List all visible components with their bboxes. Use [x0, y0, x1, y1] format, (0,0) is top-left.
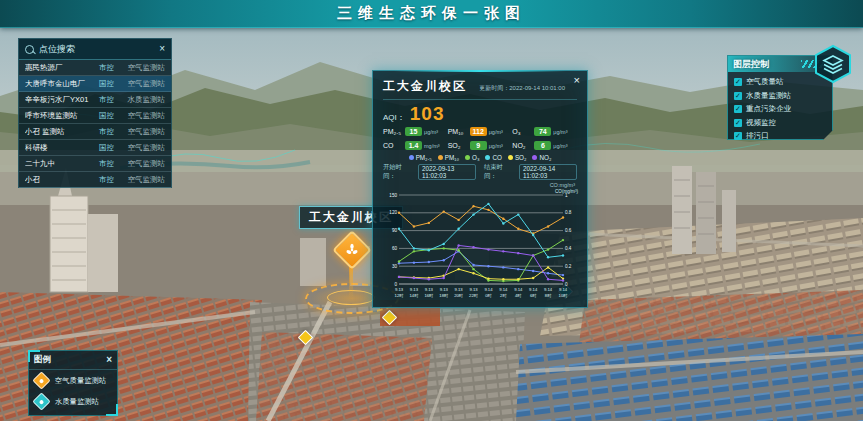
result-name: 呼市环境监测站 [25, 111, 99, 121]
legend-item-list: 空气质量监测站水质量监测站 [29, 370, 117, 412]
station-marker-beam [349, 266, 353, 298]
result-name: 科研楼 [25, 143, 99, 153]
legend-dot-icon [532, 155, 537, 160]
start-time-input[interactable]: 2022-09-13 11:02:03 [418, 164, 476, 180]
result-type: 空气监测站 [121, 127, 165, 137]
layer-label: 排污口 [746, 131, 769, 141]
checkbox-checked-icon[interactable]: ✓ [734, 78, 742, 86]
pollutant-trend-chart: 030609012015000.20.40.60.81CO(mg/m³)9.13… [383, 188, 579, 306]
svg-text:0.4: 0.4 [565, 246, 572, 251]
layer-toggle[interactable]: ✓视频监控 [734, 118, 826, 128]
svg-text:9.13: 9.13 [425, 287, 434, 292]
update-time-value: 2022-09-14 10:01:00 [509, 85, 565, 91]
svg-text:8时: 8时 [545, 293, 552, 298]
app-window: 工大金川校区 三维生态环保一张图 点位搜索 × 惠民热源厂市控空气监测站大唐呼市… [0, 0, 863, 421]
svg-text:4时: 4时 [515, 293, 522, 298]
svg-text:12时: 12时 [395, 293, 405, 298]
result-level-badge: 市控 [99, 63, 121, 73]
search-result-row[interactable]: 呼市环境监测站国控空气监测站 [19, 108, 171, 124]
layer-label: 视频监控 [746, 118, 776, 128]
chart-legend: PM₂.₅PM₁₀O₃COSO₂NO₂ [383, 154, 577, 161]
result-level-badge: 市控 [99, 175, 121, 185]
svg-text:150: 150 [389, 193, 397, 198]
pollutant-reading: O₃74μg/m³ [512, 127, 577, 136]
popup-header: 工大金川校区 更新时间：2022-09-14 10:01:00 [383, 78, 577, 100]
legend-panel-header: 图例 × [29, 351, 117, 370]
svg-text:9.14: 9.14 [529, 287, 538, 292]
search-result-row[interactable]: 惠民热源厂市控空气监测站 [19, 60, 171, 76]
legend-item-label: 水质量监测站 [55, 397, 99, 407]
result-name: 大唐呼市金山电厂 [25, 79, 99, 89]
layers-hexagon-icon[interactable] [812, 44, 854, 84]
svg-text:0: 0 [394, 282, 397, 287]
layer-label: 重点污染企业 [746, 104, 791, 114]
pollutant-unit: μg/m³ [489, 129, 503, 135]
pollutant-reading: PM₁₀112μg/m³ [448, 127, 513, 136]
layer-toggle[interactable]: ✓排污口 [734, 131, 826, 141]
checkbox-checked-icon[interactable]: ✓ [734, 119, 742, 127]
pollutant-value: 1.4 [405, 141, 422, 150]
aqi-value: 103 [410, 104, 445, 123]
search-result-row[interactable]: 大唐呼市金山电厂国控空气监测站 [19, 76, 171, 92]
svg-text:9.13: 9.13 [410, 287, 419, 292]
checkbox-checked-icon[interactable]: ✓ [734, 105, 742, 113]
pollutant-label: O₃ [512, 128, 534, 135]
legend-dot-icon [409, 155, 414, 160]
update-time-label: 更新时间： [479, 85, 509, 91]
legend-panel-title: 图例 [34, 354, 51, 366]
map-legend-panel: 图例 × 空气质量监测站水质量监测站 [28, 350, 118, 416]
legend-item-label: 空气质量监测站 [55, 376, 106, 386]
pollutant-label: SO₂ [448, 142, 470, 149]
water-station-icon [32, 392, 50, 410]
svg-text:9.13: 9.13 [455, 287, 464, 292]
close-icon[interactable]: × [574, 74, 580, 86]
page-title: 三维生态环保一张图 [337, 4, 526, 23]
checkbox-checked-icon[interactable]: ✓ [734, 132, 742, 140]
svg-text:0.8: 0.8 [565, 210, 572, 215]
result-type: 空气监测站 [121, 175, 165, 185]
svg-text:0.6: 0.6 [565, 228, 572, 233]
result-name: 惠民热源厂 [25, 63, 99, 73]
result-type: 空气监测站 [121, 79, 165, 89]
legend-dot-icon [438, 155, 443, 160]
chart-legend-item[interactable]: NO₂ [532, 154, 551, 161]
layer-toggle[interactable]: ✓水质量监测站 [734, 91, 826, 101]
station-name: 工大金川校区 [383, 78, 467, 95]
result-level-badge: 国控 [99, 79, 121, 89]
result-type: 空气监测站 [121, 143, 165, 153]
svg-text:9.14: 9.14 [499, 287, 508, 292]
search-result-row[interactable]: 小召市控空气监测站 [19, 172, 171, 188]
close-icon[interactable]: × [106, 355, 112, 365]
title-bar: 三维生态环保一张图 [0, 0, 863, 28]
chart-legend-item[interactable]: PM₁₀ [438, 154, 459, 161]
close-icon[interactable]: × [159, 44, 165, 54]
legend-dot-icon [485, 155, 490, 160]
result-type: 水质监测站 [121, 95, 165, 105]
svg-text:9.14: 9.14 [484, 287, 493, 292]
pollutant-value: 15 [405, 127, 422, 136]
search-result-row[interactable]: 二十九中市控空气监测站 [19, 156, 171, 172]
result-level-badge: 国控 [99, 111, 121, 121]
svg-text:22时: 22时 [469, 293, 479, 298]
legend-series-name: NO₂ [539, 154, 551, 161]
chart-legend-item[interactable]: SO₂ [508, 154, 527, 161]
chart-legend-item[interactable]: O₃ [465, 154, 479, 161]
end-time-input[interactable]: 2022-09-14 11:02:03 [519, 164, 577, 180]
search-panel-title: 点位搜索 [39, 43, 159, 56]
pollutant-value: 9 [470, 141, 487, 150]
layer-toggle[interactable]: ✓重点污染企业 [734, 104, 826, 114]
pollutant-value: 112 [470, 127, 487, 136]
result-name: 辛辛板污水厂YX01 [25, 95, 99, 105]
search-result-row[interactable]: 科研楼国控空气监测站 [19, 140, 171, 156]
svg-text:60: 60 [392, 246, 398, 251]
legend-series-name: O₃ [472, 154, 479, 161]
search-result-row[interactable]: 小召 监测站市控空气监测站 [19, 124, 171, 140]
chart-legend-item[interactable]: PM₂.₅ [409, 154, 432, 161]
search-result-row[interactable]: 辛辛板污水厂YX01市控水质监测站 [19, 92, 171, 108]
layer-label: 水质量监测站 [746, 91, 791, 101]
pollutant-label: CO [383, 142, 405, 149]
legend-series-name: PM₂.₅ [416, 154, 432, 161]
chart-legend-item[interactable]: CO [485, 154, 501, 161]
checkbox-checked-icon[interactable]: ✓ [734, 92, 742, 100]
time-range-row: 开始时间： 2022-09-13 11:02:03 结束时间： 2022-09-… [383, 163, 577, 181]
